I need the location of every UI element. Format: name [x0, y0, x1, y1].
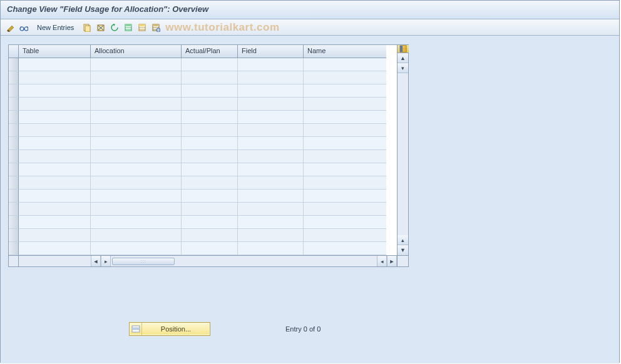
- row-selector[interactable]: [9, 124, 19, 137]
- cell-table[interactable]: [19, 190, 91, 203]
- new-entries-button[interactable]: New Entries: [32, 21, 79, 34]
- scroll-right-button[interactable]: ►: [387, 256, 397, 266]
- cell-actual-plan[interactable]: [182, 203, 238, 216]
- scroll-right-step-button[interactable]: ◂: [377, 256, 387, 266]
- row-selector[interactable]: [9, 190, 19, 203]
- cell-field[interactable]: [238, 71, 304, 84]
- cell-name[interactable]: [304, 242, 386, 255]
- cell-field[interactable]: [238, 176, 304, 190]
- cell-allocation[interactable]: [91, 190, 182, 203]
- column-header-allocation[interactable]: Allocation: [91, 45, 182, 58]
- cell-allocation[interactable]: [91, 124, 182, 137]
- cell-name[interactable]: [304, 111, 386, 124]
- cell-allocation[interactable]: [91, 137, 182, 150]
- cell-actual-plan[interactable]: [182, 84, 238, 98]
- cell-table[interactable]: [19, 176, 91, 190]
- row-selector[interactable]: [9, 242, 19, 255]
- position-button[interactable]: Position...: [129, 322, 210, 336]
- row-selector[interactable]: [9, 137, 19, 150]
- cell-actual-plan[interactable]: [182, 229, 238, 242]
- toggle-change-mode-button[interactable]: [4, 22, 16, 33]
- cell-table[interactable]: [19, 203, 91, 216]
- cell-field[interactable]: [238, 216, 304, 229]
- cell-field[interactable]: [238, 229, 304, 242]
- cell-field[interactable]: [238, 203, 304, 216]
- cell-name[interactable]: [304, 137, 386, 150]
- cell-name[interactable]: [304, 98, 386, 111]
- scroll-up-step-button[interactable]: ▾: [398, 63, 408, 73]
- cell-actual-plan[interactable]: [182, 150, 238, 163]
- cell-allocation[interactable]: [91, 150, 182, 163]
- scroll-down-button[interactable]: ▼: [398, 245, 408, 255]
- select-block-button[interactable]: [136, 22, 148, 33]
- cell-allocation[interactable]: [91, 229, 182, 242]
- cell-table[interactable]: [19, 150, 91, 163]
- column-header-actual-plan[interactable]: Actual/Plan: [182, 45, 238, 58]
- cell-actual-plan[interactable]: [182, 124, 238, 137]
- cell-actual-plan[interactable]: [182, 58, 238, 71]
- cell-table[interactable]: [19, 242, 91, 255]
- cell-table[interactable]: [19, 71, 91, 84]
- row-selector[interactable]: [9, 84, 19, 98]
- cell-table[interactable]: [19, 163, 91, 176]
- scroll-left-button[interactable]: ◄: [91, 256, 101, 266]
- cell-table[interactable]: [19, 216, 91, 229]
- cell-actual-plan[interactable]: [182, 163, 238, 176]
- cell-field[interactable]: [238, 137, 304, 150]
- cell-name[interactable]: [304, 163, 386, 176]
- cell-field[interactable]: [238, 163, 304, 176]
- cell-field[interactable]: [238, 58, 304, 71]
- cell-allocation[interactable]: [91, 111, 182, 124]
- cell-table[interactable]: [19, 98, 91, 111]
- cell-name[interactable]: [304, 229, 386, 242]
- cell-table[interactable]: [19, 58, 91, 71]
- cell-allocation[interactable]: [91, 84, 182, 98]
- cell-actual-plan[interactable]: [182, 137, 238, 150]
- cell-name[interactable]: [304, 176, 386, 190]
- cell-name[interactable]: [304, 71, 386, 84]
- cell-actual-plan[interactable]: [182, 98, 238, 111]
- row-selector[interactable]: [9, 150, 19, 163]
- horizontal-scroll-track[interactable]: :::: [111, 256, 377, 266]
- undo-change-button[interactable]: [109, 22, 120, 33]
- cell-table[interactable]: [19, 124, 91, 137]
- row-selector[interactable]: [9, 98, 19, 111]
- cell-name[interactable]: [304, 150, 386, 163]
- cell-actual-plan[interactable]: [182, 71, 238, 84]
- cell-allocation[interactable]: [91, 98, 182, 111]
- cell-table[interactable]: [19, 111, 91, 124]
- select-all-rows-button[interactable]: [123, 22, 134, 33]
- vertical-scroll-track[interactable]: [398, 73, 408, 235]
- column-header-table[interactable]: Table: [19, 45, 91, 58]
- cell-name[interactable]: [304, 203, 386, 216]
- cell-name[interactable]: [304, 84, 386, 98]
- cell-name[interactable]: [304, 124, 386, 137]
- scroll-up-button[interactable]: ▲: [398, 53, 408, 63]
- cell-actual-plan[interactable]: [182, 190, 238, 203]
- table-settings-button[interactable]: [398, 45, 409, 53]
- cell-name[interactable]: [304, 190, 386, 203]
- deselect-all-button[interactable]: [150, 22, 162, 33]
- select-all-corner[interactable]: [9, 45, 19, 58]
- row-selector[interactable]: [9, 229, 19, 242]
- row-selector[interactable]: [9, 163, 19, 176]
- cell-allocation[interactable]: [91, 163, 182, 176]
- cell-name[interactable]: [304, 58, 386, 71]
- cell-actual-plan[interactable]: [182, 242, 238, 255]
- cell-allocation[interactable]: [91, 242, 182, 255]
- cell-allocation[interactable]: [91, 216, 182, 229]
- cell-allocation[interactable]: [91, 71, 182, 84]
- cell-field[interactable]: [238, 150, 304, 163]
- scroll-down-step-button[interactable]: ▴: [398, 235, 408, 245]
- cell-table[interactable]: [19, 84, 91, 98]
- cell-field[interactable]: [238, 124, 304, 137]
- cell-field[interactable]: [238, 111, 304, 124]
- cell-table[interactable]: [19, 229, 91, 242]
- cell-name[interactable]: [304, 216, 386, 229]
- cell-table[interactable]: [19, 137, 91, 150]
- cell-field[interactable]: [238, 98, 304, 111]
- select-all-button[interactable]: [18, 22, 29, 33]
- row-selector[interactable]: [9, 71, 19, 84]
- row-selector[interactable]: [9, 176, 19, 190]
- row-selector[interactable]: [9, 216, 19, 229]
